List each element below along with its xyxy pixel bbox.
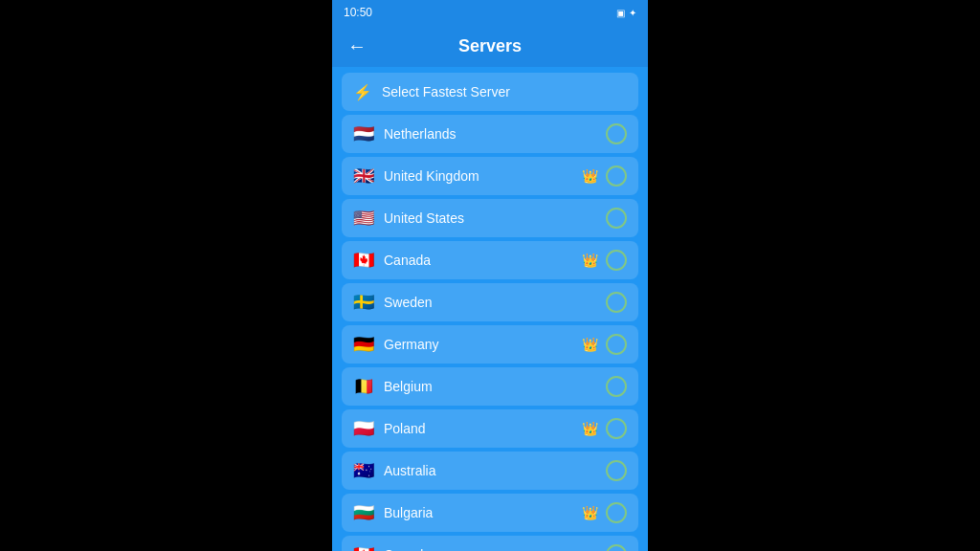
premium-crown-icon: 👑 xyxy=(582,337,598,352)
server-flag-icon: 🇨🇦 xyxy=(353,546,374,551)
server-item-left: 🇨🇦Canada xyxy=(353,252,431,269)
server-flag-icon: 🇧🇬 xyxy=(353,504,374,521)
server-item[interactable]: 🇵🇱Poland👑 xyxy=(342,409,638,448)
server-name: Sweden xyxy=(384,295,433,310)
header-title: Servers xyxy=(458,36,522,56)
premium-crown-icon: 👑 xyxy=(582,421,598,436)
server-item-left: 🇩🇪Germany xyxy=(353,336,439,353)
fastest-server-icon: ⚡ xyxy=(353,83,372,101)
server-radio-button[interactable] xyxy=(606,208,627,229)
server-flag-icon: 🇧🇪 xyxy=(353,378,374,395)
server-name: Canada xyxy=(384,253,431,268)
premium-crown-icon: 👑 xyxy=(582,253,598,268)
server-radio-button[interactable] xyxy=(606,376,627,397)
server-item-right xyxy=(606,376,627,397)
server-item-right: 👑 xyxy=(582,334,627,355)
server-item-right: 👑 xyxy=(582,165,627,187)
status-icons: ▣ ✦ xyxy=(616,8,636,18)
status-time: 10:50 xyxy=(344,6,372,19)
server-item[interactable]: 🇸🇪Sweden xyxy=(342,283,638,321)
server-item[interactable]: 🇧🇬Bulgaria👑 xyxy=(342,494,638,532)
server-item[interactable]: 🇦🇺Australia xyxy=(342,452,638,490)
server-name: Bulgaria xyxy=(384,505,433,520)
fastest-server-item[interactable]: ⚡ Select Fastest Server xyxy=(342,73,638,111)
server-flag-icon: 🇸🇪 xyxy=(353,294,374,311)
server-name: Belgium xyxy=(384,379,433,394)
server-radio-button[interactable] xyxy=(606,292,627,313)
phone-container: 10:50 ▣ ✦ ← Servers ⚡ Select Fastest Ser… xyxy=(332,0,648,551)
server-item[interactable]: 🇨🇦Canada xyxy=(342,536,638,551)
server-name: United States xyxy=(384,210,464,226)
server-item-left: 🇧🇪Belgium xyxy=(353,378,433,395)
app-header: ← Servers xyxy=(332,25,648,67)
server-radio-button[interactable] xyxy=(606,502,627,523)
server-name: Netherlands xyxy=(384,126,457,142)
server-item-right xyxy=(606,123,627,144)
server-radio-button[interactable] xyxy=(606,165,627,187)
server-item-left: 🇧🇬Bulgaria xyxy=(353,504,433,521)
server-item[interactable]: 🇳🇱Netherlands xyxy=(342,115,638,153)
notification-icon: ▣ xyxy=(616,8,625,18)
back-button[interactable]: ← xyxy=(347,36,367,55)
server-radio-button[interactable] xyxy=(606,123,627,144)
server-item-right xyxy=(606,208,627,229)
server-item-right xyxy=(606,544,627,551)
status-bar: 10:50 ▣ ✦ xyxy=(332,0,648,25)
server-name: Poland xyxy=(384,421,426,436)
server-radio-button[interactable] xyxy=(606,460,627,481)
server-item[interactable]: 🇩🇪Germany👑 xyxy=(342,325,638,364)
server-item-right: 👑 xyxy=(582,418,627,439)
server-item-right: 👑 xyxy=(582,250,627,271)
server-flag-icon: 🇬🇧 xyxy=(353,167,374,185)
premium-crown-icon: 👑 xyxy=(582,505,598,520)
server-list: ⚡ Select Fastest Server 🇳🇱Netherlands🇬🇧U… xyxy=(332,67,648,551)
server-item-right xyxy=(606,460,627,481)
server-radio-button[interactable] xyxy=(606,418,627,439)
server-flag-icon: 🇺🇸 xyxy=(353,209,374,227)
server-item-left: 🇬🇧United Kingdom xyxy=(353,167,479,185)
server-item[interactable]: 🇧🇪Belgium xyxy=(342,367,638,406)
server-flag-icon: 🇦🇺 xyxy=(353,462,374,479)
server-name: United Kingdom xyxy=(384,168,479,184)
server-flag-icon: 🇳🇱 xyxy=(353,125,374,143)
server-item-left: 🇺🇸United States xyxy=(353,209,464,227)
server-flag-icon: 🇵🇱 xyxy=(353,420,374,437)
server-name: Germany xyxy=(384,337,439,352)
server-name: Canada xyxy=(384,547,431,551)
server-name: Australia xyxy=(384,463,435,478)
server-item-left: 🇳🇱Netherlands xyxy=(353,125,457,143)
server-radio-button[interactable] xyxy=(606,544,627,551)
premium-crown-icon: 👑 xyxy=(582,168,598,184)
server-item-right: 👑 xyxy=(582,502,627,523)
server-item-left: 🇵🇱Poland xyxy=(353,420,426,437)
signal-icon: ✦ xyxy=(629,8,636,18)
server-item-left: 🇦🇺Australia xyxy=(353,462,435,479)
fastest-server-label: Select Fastest Server xyxy=(382,84,510,99)
server-radio-button[interactable] xyxy=(606,250,627,271)
server-item-left: 🇸🇪Sweden xyxy=(353,294,433,311)
server-item[interactable]: 🇺🇸United States xyxy=(342,199,638,237)
server-item-right xyxy=(606,292,627,313)
server-flag-icon: 🇩🇪 xyxy=(353,336,374,353)
server-item[interactable]: 🇨🇦Canada👑 xyxy=(342,241,638,279)
server-flag-icon: 🇨🇦 xyxy=(353,252,374,269)
server-item-left: 🇨🇦Canada xyxy=(353,546,431,551)
server-radio-button[interactable] xyxy=(606,334,627,355)
server-item[interactable]: 🇬🇧United Kingdom👑 xyxy=(342,157,638,195)
